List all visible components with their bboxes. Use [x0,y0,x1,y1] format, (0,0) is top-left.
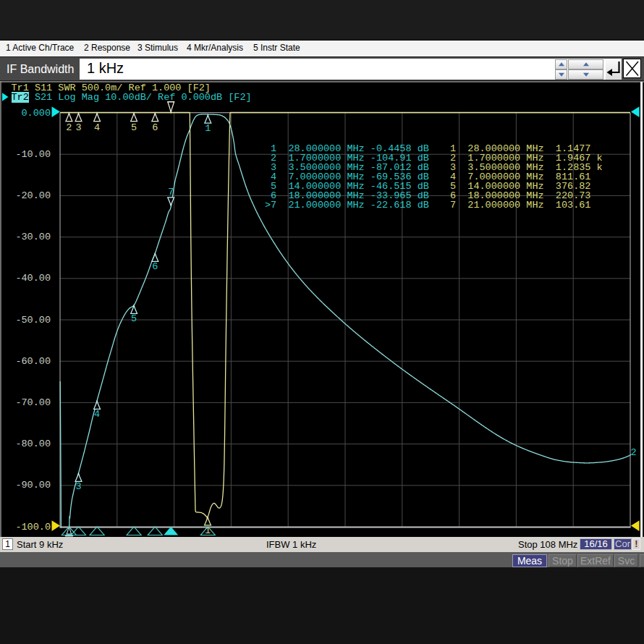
svg-text:2: 2 [66,122,72,133]
svg-text:3: 3 [75,481,81,492]
svg-text:2: 2 [631,447,637,458]
svg-text:4: 4 [94,409,100,420]
svg-text:3: 3 [75,122,81,133]
svg-text:6: 6 [152,261,158,272]
svg-text:7: 7 [168,187,174,198]
svg-text:6: 6 [152,122,158,133]
svg-text:1: 1 [205,123,211,134]
svg-text:5: 5 [131,313,137,324]
svg-text:4: 4 [94,122,100,133]
svg-text:5: 5 [131,122,137,133]
